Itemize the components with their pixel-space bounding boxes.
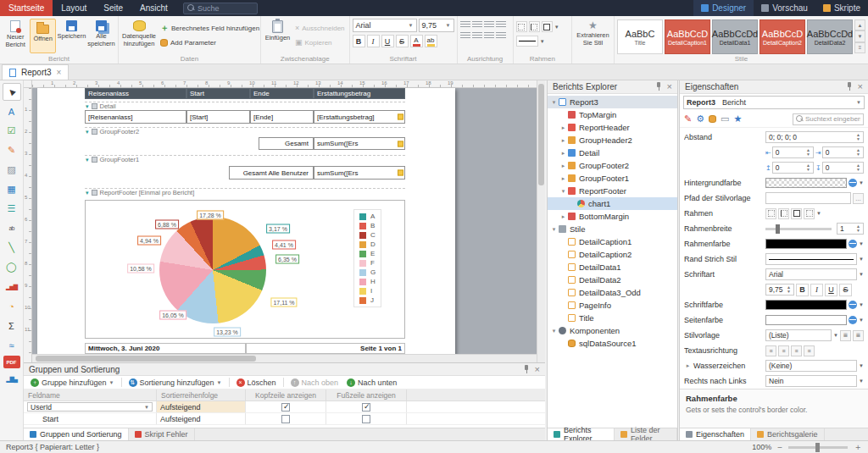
collapse-icon[interactable]: ▾ [86, 190, 89, 196]
save-button[interactable]: Speichern [58, 19, 86, 53]
chevron-down-icon[interactable]: ▼ [859, 241, 864, 246]
style-tile-detailcaption2[interactable]: AaBbCcDDetailCaption2 [760, 19, 805, 54]
ribbon-tab-ansicht[interactable]: Ansicht [131, 0, 176, 16]
label-tool[interactable]: ab [3, 219, 21, 237]
field-select[interactable]: UserId▼ [27, 402, 153, 412]
tree-item-detaildata2[interactable]: DetailData2 [548, 273, 677, 286]
tab-berichtsgalerie[interactable]: Berichtsgalerie [751, 428, 825, 440]
richtext-tool[interactable]: ✎ [3, 141, 21, 159]
checkbox-tool[interactable]: ☑ [3, 122, 21, 140]
tab-gruppen-und-sortierung[interactable]: Gruppen und Sortierung [24, 428, 129, 440]
sort-order-cell[interactable]: Aufsteigend [157, 413, 246, 424]
zoom-slider-thumb[interactable] [815, 443, 820, 452]
table-header-cell[interactable]: Erstattungsbetrag [314, 88, 405, 99]
footer-shown-checkbox[interactable] [362, 415, 370, 423]
sum-expression-cell[interactable]: sumSum([Ers [314, 137, 405, 150]
zoom-in-button[interactable]: ＋ [854, 441, 862, 453]
tree-item-title[interactable]: Title [548, 312, 677, 324]
expand-icon[interactable]: ▸ [684, 362, 692, 369]
margin-top-input[interactable]: 0▲▼ [772, 162, 814, 174]
expander-icon[interactable]: ▸ [559, 213, 567, 220]
chevron-down-icon[interactable]: ▼ [554, 25, 559, 30]
chart-tool[interactable]: ▂▇▄ [3, 370, 21, 388]
select-tool[interactable]: ▶ [3, 83, 21, 101]
move-up-button[interactable]: ↑Nach oben [287, 376, 343, 389]
detail-cell-erstattungsbetrag[interactable]: [Erstattungsbetrag] [314, 110, 405, 124]
rtl-select[interactable]: Nein [765, 375, 857, 387]
extract-style-button[interactable]: ★Extrahieren Sie Stil [575, 19, 611, 53]
tree-item-detail[interactable]: ▸Detail [548, 146, 677, 159]
chevron-down-icon[interactable]: ▼ [833, 333, 838, 338]
style-tile-title[interactable]: AaBbCTitle [617, 19, 663, 54]
tab-skript-fehler[interactable]: Skript Fehler [129, 428, 195, 440]
underline-button[interactable]: U [825, 284, 837, 296]
property-search[interactable] [793, 113, 864, 125]
shape-tool[interactable]: ◯ [3, 258, 21, 276]
tab-liste-der-felder[interactable]: Liste der Felder [615, 428, 677, 440]
layout-icon[interactable]: ▭ [721, 114, 729, 124]
pie-chart-component[interactable]: ABCDEFGHIJ 17,28 %3,17 %4,41 %6,35 %17,1… [85, 200, 405, 339]
strikethrough-button[interactable]: S [839, 284, 852, 296]
chevron-down-icon[interactable]: ▼ [859, 257, 864, 262]
sum-tool[interactable]: Σ [3, 317, 21, 334]
chevron-down-icon[interactable]: ▼ [540, 39, 545, 44]
font-family-select[interactable]: Arial▼ [353, 19, 417, 32]
collapse-icon[interactable]: ▾ [86, 157, 89, 163]
band-header-reportfooter[interactable]: ▾ ReportFooter [Einmal pro Bericht] [85, 188, 405, 196]
sum-expression-cell[interactable]: sumSum([Ers [314, 166, 405, 180]
zoom-slider[interactable] [788, 446, 848, 449]
tree-item-pageinfo[interactable]: PageInfo [548, 299, 677, 312]
tree-item-reportheader[interactable]: ▸ReportHeader [548, 121, 677, 134]
table-header-cell[interactable]: Reisenanlass [85, 88, 186, 99]
tree-item-detailcaption2[interactable]: DetailCaption2 [548, 248, 677, 261]
strikethrough-button[interactable]: S [396, 35, 409, 47]
expander-icon[interactable]: ▸ [559, 124, 567, 131]
data-icon[interactable] [709, 115, 716, 123]
style-edit-button[interactable]: ≣ [853, 330, 864, 341]
document-tab-report3[interactable]: Report3 × [2, 64, 69, 80]
bold-button[interactable]: B [796, 284, 809, 296]
band-tool[interactable]: ☰ [3, 200, 21, 218]
color-picker-icon[interactable] [849, 240, 857, 248]
table-header-cell[interactable]: Ende [250, 88, 314, 99]
tree-item-sqldatasource1[interactable]: sqlDataSource1 [548, 337, 677, 350]
pin-icon[interactable] [523, 365, 530, 374]
border-all-button[interactable] [791, 208, 802, 219]
text-tool[interactable]: A [3, 102, 21, 120]
page-color-swatch[interactable] [765, 315, 847, 325]
tree-item-bottommargin[interactable]: ▸BottomMargin [548, 210, 677, 223]
gear-icon[interactable]: ⚙ [696, 114, 704, 124]
chevron-down-icon[interactable]: ▼ [859, 302, 864, 307]
band-header-detail[interactable]: ▾ Detail [85, 102, 405, 110]
highlight-color-button[interactable]: ab [425, 35, 437, 47]
border-none-button[interactable] [516, 21, 527, 32]
gallery-more-icon[interactable]: ≡ [854, 42, 865, 53]
gauge-tool[interactable]: ◔ [3, 297, 21, 315]
tree-item-chart1[interactable]: chart1 [548, 197, 677, 210]
style-tile-detaildata2[interactable]: AaBbCcDdDetailData2 [807, 19, 853, 54]
tree-item-topmargin[interactable]: TopMargin [548, 108, 677, 121]
color-picker-icon[interactable] [849, 316, 857, 324]
vorschau-mode-button[interactable]: Vorschau [754, 0, 815, 16]
margin-right-input[interactable]: 0▲▼ [822, 146, 864, 158]
chevron-down-icon[interactable]: ▼ [859, 272, 864, 277]
align-middle-icon[interactable] [472, 21, 482, 29]
new-report-button[interactable]: Neuer Bericht [3, 19, 28, 53]
tree-item-detailcaption1[interactable]: DetailCaption1 [548, 235, 677, 248]
align-justify-button[interactable]: ≡ [804, 345, 815, 356]
border-style-select[interactable] [516, 36, 538, 47]
align-right-button[interactable]: ≡ [791, 345, 802, 356]
border-none-button[interactable] [765, 208, 776, 219]
page-footer-date-cell[interactable]: Mittwoch, 3. Juni 2020 [85, 343, 246, 354]
style-path-input[interactable] [765, 192, 851, 204]
expander-icon[interactable]: ▸ [559, 163, 567, 169]
band-header-groupfooter1[interactable]: ▾ GroupFooter1 [85, 155, 405, 163]
tree-item-detaildata1[interactable]: DetailData1 [548, 261, 677, 273]
linechart-tool[interactable]: ≈ [3, 336, 21, 354]
align-left-icon[interactable] [460, 32, 470, 40]
collapse-icon[interactable]: ▾ [86, 103, 89, 110]
font-color-button[interactable]: A [410, 35, 423, 47]
align-left-button[interactable]: ≡ [765, 345, 776, 356]
expander-icon[interactable]: ▸ [559, 150, 567, 157]
tree-item-groupfooter1[interactable]: ▸GroupFooter1 [548, 172, 677, 185]
